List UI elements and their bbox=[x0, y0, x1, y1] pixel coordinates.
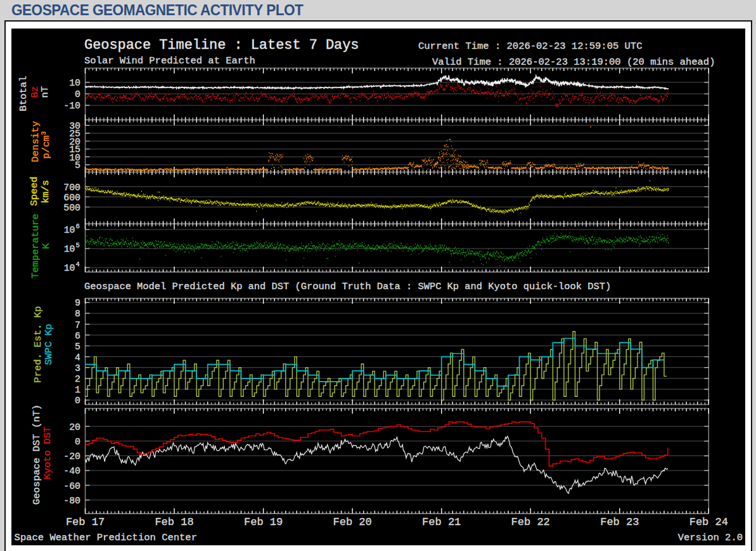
svg-text:10: 10 bbox=[64, 225, 75, 235]
svg-text:Kyoto DST: Kyoto DST bbox=[42, 427, 53, 480]
svg-text:20: 20 bbox=[69, 422, 80, 432]
svg-text:Density: Density bbox=[30, 121, 41, 162]
svg-text:K: K bbox=[41, 243, 52, 249]
svg-text:Feb 23: Feb 23 bbox=[600, 516, 639, 528]
svg-text:Btotal: Btotal bbox=[18, 76, 29, 112]
svg-text:-20: -20 bbox=[63, 451, 80, 462]
svg-text:Geospace Timeline : Latest 7 D: Geospace Timeline : Latest 7 Days bbox=[84, 37, 359, 53]
svg-text:600: 600 bbox=[63, 193, 80, 203]
svg-text:-60: -60 bbox=[63, 481, 80, 491]
svg-text:Temperature: Temperature bbox=[30, 214, 41, 278]
svg-text:Current Time : 2026-02-23 12:5: Current Time : 2026-02-23 12:59:05 UTC bbox=[418, 41, 642, 52]
svg-text:6: 6 bbox=[76, 223, 80, 230]
svg-text:Geospace Model Predicted Kp an: Geospace Model Predicted Kp and DST (Gro… bbox=[84, 281, 611, 292]
svg-text:SWPC Kp: SWPC Kp bbox=[43, 324, 54, 365]
svg-text:1: 1 bbox=[75, 385, 80, 395]
svg-text:9: 9 bbox=[75, 298, 80, 308]
svg-text:Valid Time : 2026-02-23 13:19:: Valid Time : 2026-02-23 13:19:00 (20 min… bbox=[432, 56, 715, 68]
svg-text:Feb 18: Feb 18 bbox=[155, 516, 193, 528]
svg-text:7: 7 bbox=[75, 320, 80, 330]
svg-text:p/cm3: p/cm3 bbox=[40, 131, 52, 159]
svg-text:5: 5 bbox=[76, 242, 80, 249]
svg-text:700: 700 bbox=[63, 183, 80, 193]
svg-text:10: 10 bbox=[69, 78, 80, 88]
svg-text:nT: nT bbox=[39, 86, 51, 98]
svg-text:5: 5 bbox=[75, 160, 80, 171]
svg-text:Speed: Speed bbox=[29, 176, 40, 206]
svg-text:6: 6 bbox=[75, 331, 80, 341]
svg-text:Feb 24: Feb 24 bbox=[689, 516, 728, 528]
svg-text:-10: -10 bbox=[63, 101, 80, 111]
svg-text:Solar Wind Predicted at Earth: Solar Wind Predicted at Earth bbox=[84, 55, 255, 67]
svg-text:Space Weather Prediction Cente: Space Weather Prediction Center bbox=[15, 532, 197, 543]
svg-text:8: 8 bbox=[75, 309, 80, 319]
svg-text:0: 0 bbox=[75, 396, 80, 406]
svg-text:2: 2 bbox=[75, 374, 80, 384]
svg-text:Feb 20: Feb 20 bbox=[333, 516, 371, 528]
svg-text:10: 10 bbox=[64, 244, 75, 254]
svg-text:Feb 17: Feb 17 bbox=[66, 516, 105, 528]
svg-text:0: 0 bbox=[75, 89, 80, 100]
svg-text:Feb 22: Feb 22 bbox=[511, 516, 550, 528]
svg-text:Feb 21: Feb 21 bbox=[422, 516, 461, 528]
svg-text:-80: -80 bbox=[63, 496, 80, 506]
svg-text:3: 3 bbox=[75, 363, 80, 373]
svg-text:km/s: km/s bbox=[40, 180, 51, 204]
svg-text:Pred. Est. Kp: Pred. Est. Kp bbox=[32, 306, 44, 383]
svg-text:4: 4 bbox=[76, 261, 80, 268]
svg-text:500: 500 bbox=[63, 203, 80, 213]
svg-text:4: 4 bbox=[75, 353, 80, 363]
svg-text:Geospace DST (nT): Geospace DST (nT) bbox=[31, 405, 42, 505]
svg-text:Feb 19: Feb 19 bbox=[244, 516, 283, 528]
svg-text:5: 5 bbox=[75, 342, 80, 352]
svg-text:Version 2.0: Version 2.0 bbox=[678, 532, 743, 543]
svg-text:-40: -40 bbox=[63, 466, 80, 476]
svg-text:10: 10 bbox=[64, 263, 75, 273]
svg-text:0: 0 bbox=[75, 437, 80, 447]
